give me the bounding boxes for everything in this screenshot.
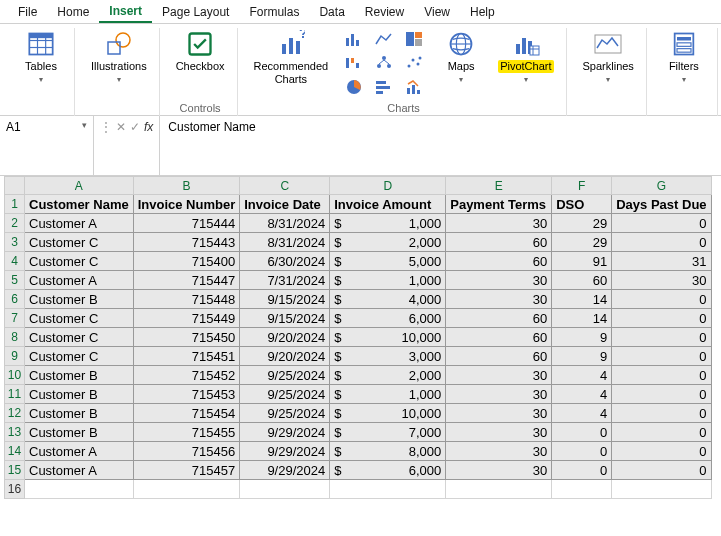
cell[interactable]: 4 (552, 385, 612, 404)
menu-tab-home[interactable]: Home (47, 2, 99, 22)
cell[interactable]: 9/25/2024 (240, 404, 330, 423)
cell[interactable]: 60 (446, 328, 552, 347)
cell[interactable]: Customer A (25, 271, 134, 290)
menu-tab-view[interactable]: View (414, 2, 460, 22)
cell[interactable]: Customer A (25, 214, 134, 233)
header-cell[interactable]: Invoice Amount (330, 195, 446, 214)
menu-tab-formulas[interactable]: Formulas (239, 2, 309, 22)
cell[interactable]: 29 (552, 233, 612, 252)
cell[interactable] (133, 480, 240, 499)
cell[interactable]: 60 (552, 271, 612, 290)
cell[interactable]: 30 (612, 271, 711, 290)
name-box[interactable]: A1 ▾ (0, 116, 94, 175)
cell[interactable]: 9/29/2024 (240, 442, 330, 461)
column-chart-button[interactable] (340, 28, 368, 50)
cell[interactable]: Customer C (25, 233, 134, 252)
cell[interactable]: 30 (446, 366, 552, 385)
cell[interactable]: 715400 (133, 252, 240, 271)
cell[interactable]: 30 (446, 423, 552, 442)
row-header-7[interactable]: 7 (5, 309, 25, 328)
illustrations-button[interactable]: Illustrations ▾ (87, 28, 151, 86)
cell[interactable]: 9/29/2024 (240, 461, 330, 480)
cell[interactable]: 9/20/2024 (240, 328, 330, 347)
menu-tab-insert[interactable]: Insert (99, 1, 152, 23)
cell[interactable]: 2,000 (330, 366, 446, 385)
cell[interactable]: 715455 (133, 423, 240, 442)
cell[interactable] (330, 480, 446, 499)
menu-tab-page-layout[interactable]: Page Layout (152, 2, 239, 22)
row-header-8[interactable]: 8 (5, 328, 25, 347)
cell[interactable]: 0 (612, 423, 711, 442)
cell[interactable]: 0 (612, 385, 711, 404)
cell[interactable]: 4 (552, 404, 612, 423)
column-header-G[interactable]: G (612, 177, 711, 195)
row-header-13[interactable]: 13 (5, 423, 25, 442)
row-header-3[interactable]: 3 (5, 233, 25, 252)
row-header-15[interactable]: 15 (5, 461, 25, 480)
cell[interactable]: Customer B (25, 366, 134, 385)
cell[interactable]: Customer B (25, 290, 134, 309)
cell[interactable]: Customer C (25, 328, 134, 347)
filters-button[interactable]: Filters ▾ (659, 28, 709, 86)
cell[interactable] (552, 480, 612, 499)
cell[interactable]: 31 (612, 252, 711, 271)
cell[interactable]: 0 (612, 404, 711, 423)
cell[interactable]: 0 (612, 214, 711, 233)
cell[interactable]: 5,000 (330, 252, 446, 271)
column-header-E[interactable]: E (446, 177, 552, 195)
cell[interactable]: 0 (612, 366, 711, 385)
cell[interactable]: 1,000 (330, 385, 446, 404)
row-header-4[interactable]: 4 (5, 252, 25, 271)
cell[interactable]: 9 (552, 347, 612, 366)
cell[interactable]: 9/25/2024 (240, 385, 330, 404)
cell[interactable]: 14 (552, 309, 612, 328)
cell[interactable]: 8,000 (330, 442, 446, 461)
header-cell[interactable]: Days Past Due (612, 195, 711, 214)
cell[interactable]: 60 (446, 233, 552, 252)
header-cell[interactable]: DSO (552, 195, 612, 214)
row-header-1[interactable]: 1 (5, 195, 25, 214)
formula-input[interactable]: Customer Name (160, 116, 721, 175)
cell[interactable]: 60 (446, 309, 552, 328)
cell[interactable] (240, 480, 330, 499)
formula-dropdown-icon[interactable]: ⋮ (100, 120, 112, 134)
row-header-10[interactable]: 10 (5, 366, 25, 385)
cell[interactable]: 6/30/2024 (240, 252, 330, 271)
recommended-charts-button[interactable]: ? Recommended Charts (250, 28, 333, 88)
header-cell[interactable]: Customer Name (25, 195, 134, 214)
cell[interactable]: 9/20/2024 (240, 347, 330, 366)
cell[interactable]: 91 (552, 252, 612, 271)
column-header-F[interactable]: F (552, 177, 612, 195)
menu-tab-file[interactable]: File (8, 2, 47, 22)
bar-chart-button[interactable] (370, 76, 398, 98)
cell[interactable]: 715456 (133, 442, 240, 461)
column-header-D[interactable]: D (330, 177, 446, 195)
sparklines-button[interactable]: Sparklines ▾ (579, 28, 638, 86)
cell[interactable]: 9/15/2024 (240, 309, 330, 328)
cell[interactable]: 4 (552, 366, 612, 385)
cell[interactable]: 30 (446, 442, 552, 461)
cell[interactable]: 9/15/2024 (240, 290, 330, 309)
cell[interactable]: Customer C (25, 347, 134, 366)
cell[interactable]: 8/31/2024 (240, 214, 330, 233)
cell[interactable]: 715448 (133, 290, 240, 309)
cell[interactable]: 715447 (133, 271, 240, 290)
column-header-B[interactable]: B (133, 177, 240, 195)
cell[interactable]: 30 (446, 385, 552, 404)
header-cell[interactable]: Invoice Number (133, 195, 240, 214)
cell[interactable]: 60 (446, 347, 552, 366)
cell[interactable] (612, 480, 711, 499)
cell[interactable]: Customer B (25, 404, 134, 423)
cell[interactable] (25, 480, 134, 499)
spreadsheet-grid[interactable]: ABCDEFG 1Customer NameInvoice NumberInvo… (4, 176, 712, 499)
cell[interactable]: 715443 (133, 233, 240, 252)
cell[interactable]: 0 (552, 461, 612, 480)
treemap-chart-button[interactable] (400, 28, 428, 50)
cell[interactable]: 715450 (133, 328, 240, 347)
cell[interactable]: 0 (612, 290, 711, 309)
maps-button[interactable]: Maps ▾ (436, 28, 486, 86)
cell[interactable]: 2,000 (330, 233, 446, 252)
cell[interactable]: Customer B (25, 423, 134, 442)
cell[interactable]: 1,000 (330, 214, 446, 233)
cell[interactable]: 8/31/2024 (240, 233, 330, 252)
